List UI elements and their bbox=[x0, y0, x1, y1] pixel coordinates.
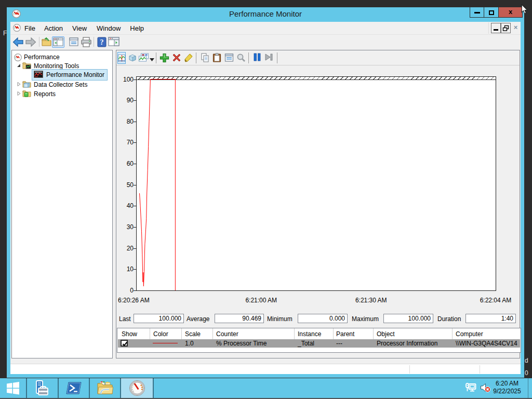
windows-logo-icon bbox=[6, 381, 20, 395]
maximize-button[interactable] bbox=[484, 7, 499, 18]
show-checkbox[interactable] bbox=[121, 340, 128, 347]
clock-date: 9/22/2025 bbox=[493, 388, 522, 395]
child-close-icon: × bbox=[511, 23, 521, 31]
tree-item-label-selected: Performance Monitor bbox=[45, 71, 106, 79]
legend-header-scale[interactable]: Scale bbox=[185, 330, 201, 338]
performance-root-icon bbox=[14, 53, 22, 61]
desktop-watermark-fragment-1: d bbox=[525, 357, 528, 364]
network-icon[interactable] bbox=[466, 383, 476, 394]
stat-minimum-value: 0.000 bbox=[298, 314, 348, 323]
minimize-button[interactable] bbox=[470, 7, 484, 18]
start-button[interactable] bbox=[0, 378, 26, 398]
legend-column-separator bbox=[373, 328, 374, 339]
legend-header-instance[interactable]: Instance bbox=[298, 330, 321, 338]
forward-button[interactable] bbox=[25, 36, 36, 48]
close-button[interactable]: x bbox=[499, 7, 523, 18]
menu-window[interactable]: Window bbox=[92, 22, 125, 35]
tree-item-performance[interactable]: Performance bbox=[14, 52, 61, 62]
stat-minimum-label: Minimum bbox=[267, 315, 292, 323]
performance-monitor-pane: 0102030405060708090100 6:20:26 AM6:21:00… bbox=[116, 50, 520, 358]
toolbar-separator bbox=[39, 37, 39, 47]
counter-computer: \\WIN-G3QA4S4CV14 bbox=[456, 340, 517, 347]
properties-button[interactable] bbox=[68, 36, 79, 48]
tree-item-label: Performance bbox=[22, 53, 61, 61]
legend-column-separator bbox=[181, 328, 182, 339]
tree-item-performance-monitor[interactable]: Performance Monitor bbox=[32, 70, 108, 79]
counter-legend-table: Show Color Scale Counter Instance Parent… bbox=[117, 328, 521, 353]
counter-instance: _Total bbox=[298, 340, 314, 347]
back-button[interactable] bbox=[12, 36, 24, 48]
tree-expander-collapsed-icon[interactable] bbox=[16, 90, 22, 98]
child-minimize-icon bbox=[494, 29, 498, 31]
status-bar-separator bbox=[409, 365, 410, 374]
stat-average-label: Average bbox=[187, 315, 209, 323]
reports-folder-icon bbox=[22, 89, 32, 99]
show-desktop-separator bbox=[528, 378, 528, 398]
show-action-pane-button[interactable] bbox=[108, 36, 119, 48]
tree-item-label: Data Collector Sets bbox=[32, 81, 89, 89]
toolbar-separator bbox=[94, 37, 94, 47]
counter-scale: 1.0 bbox=[185, 340, 194, 347]
status-bar bbox=[10, 364, 521, 374]
legend-column-separator bbox=[212, 328, 213, 339]
child-restore-button[interactable] bbox=[501, 23, 511, 33]
help-button[interactable]: ? bbox=[96, 36, 108, 48]
perfmon-small-icon bbox=[13, 24, 21, 32]
chart-series bbox=[116, 50, 521, 359]
window-body: File Action View Window Help × bbox=[10, 22, 521, 374]
show-console-tree-button[interactable] bbox=[52, 36, 64, 48]
performance-monitor-taskbar-icon bbox=[129, 380, 145, 396]
child-restore-icon bbox=[501, 23, 510, 33]
print-icon[interactable] bbox=[81, 36, 92, 48]
monitoring-tools-folder-icon bbox=[22, 61, 32, 71]
task-file-explorer[interactable] bbox=[90, 378, 120, 398]
legend-header-object[interactable]: Object bbox=[377, 330, 395, 338]
task-performance-monitor-active[interactable] bbox=[121, 378, 153, 398]
child-close-button[interactable]: × bbox=[511, 23, 521, 33]
legend-header-counter[interactable]: Counter bbox=[216, 330, 238, 338]
legend-header-computer[interactable]: Computer bbox=[456, 330, 483, 338]
powershell-icon bbox=[66, 382, 82, 394]
mouse-cursor bbox=[521, 4, 528, 17]
console-main-area: Performance bbox=[10, 48, 521, 364]
tree-expander-collapsed-icon[interactable] bbox=[16, 81, 22, 88]
task-powershell[interactable] bbox=[59, 378, 89, 398]
performance-monitor-icon bbox=[34, 70, 45, 79]
desktop-watermark-fragment-2: 0 bbox=[525, 369, 528, 377]
menu-bar: File Action View Window Help × bbox=[10, 22, 521, 35]
menu-view[interactable]: View bbox=[68, 22, 91, 35]
status-bar-separator bbox=[480, 365, 480, 374]
caption-buttons: x bbox=[470, 7, 523, 18]
stat-maximum-label: Maximum bbox=[352, 315, 379, 323]
volume-muted-icon[interactable] bbox=[480, 383, 491, 394]
counter-name: % Processor Time bbox=[216, 340, 267, 347]
title-bar[interactable]: Performance Monitor x bbox=[7, 7, 524, 22]
tree-expander-expanded-icon[interactable] bbox=[16, 62, 22, 70]
tree-item-data-collector-sets[interactable]: Data Collector Sets bbox=[16, 80, 89, 89]
counter-row[interactable]: 1.0 % Processor Time _Total --- Processo… bbox=[118, 339, 520, 348]
desktop: F d 0 Performance Monitor x bbox=[0, 0, 532, 399]
system-tray bbox=[466, 378, 491, 398]
task-server-manager[interactable] bbox=[27, 378, 58, 398]
legend-column-separator bbox=[333, 328, 334, 339]
tree-item-reports[interactable]: Reports bbox=[16, 89, 57, 99]
menu-help[interactable]: Help bbox=[126, 22, 148, 35]
legend-header-color[interactable]: Color bbox=[153, 330, 168, 338]
mmc-toolbar: ? bbox=[10, 35, 521, 49]
legend-header-show[interactable]: Show bbox=[122, 330, 137, 338]
export-button[interactable] bbox=[41, 36, 52, 48]
file-explorer-icon bbox=[97, 381, 113, 395]
stat-duration-value: 1:40 bbox=[466, 314, 516, 323]
window-title: Performance Monitor bbox=[7, 9, 524, 18]
child-minimize-button[interactable] bbox=[491, 23, 501, 33]
counter-object: Processor Information bbox=[377, 340, 437, 347]
console-tree-pane: Performance bbox=[11, 50, 113, 358]
taskbar-clock[interactable]: 6:20 AM 9/22/2025 bbox=[493, 380, 522, 395]
legend-column-separator bbox=[294, 328, 295, 339]
menu-file[interactable]: File bbox=[20, 22, 39, 35]
maximize-icon bbox=[489, 10, 494, 15]
svg-text:?: ? bbox=[100, 38, 104, 46]
legend-header-parent[interactable]: Parent bbox=[336, 330, 354, 338]
menu-action[interactable]: Action bbox=[40, 22, 67, 35]
clock-time: 6:20 AM bbox=[493, 380, 522, 388]
